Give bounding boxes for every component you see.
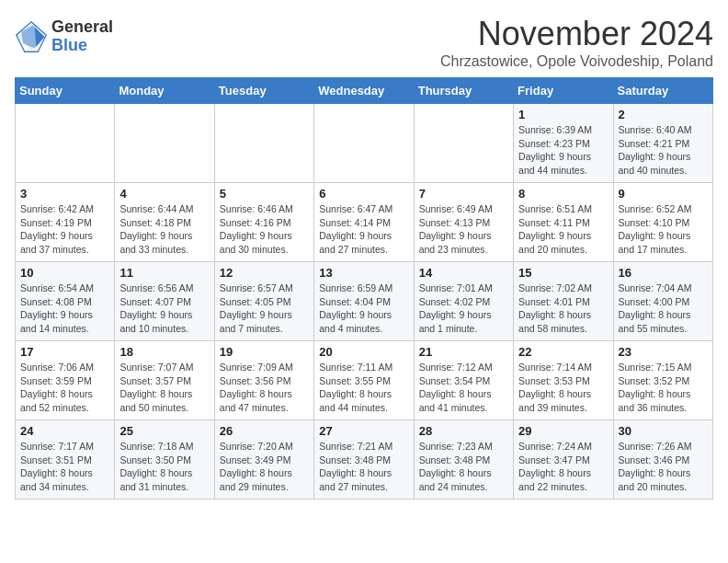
calendar-cell: 2Sunrise: 6:40 AM Sunset: 4:21 PM Daylig… bbox=[613, 104, 712, 183]
logo-blue-text: Blue bbox=[51, 37, 113, 55]
week-row-5: 24Sunrise: 7:17 AM Sunset: 3:51 PM Dayli… bbox=[16, 420, 713, 500]
calendar-cell: 19Sunrise: 7:09 AM Sunset: 3:56 PM Dayli… bbox=[214, 341, 313, 420]
calendar-cell: 10Sunrise: 6:54 AM Sunset: 4:08 PM Dayli… bbox=[16, 262, 115, 341]
day-number: 27 bbox=[319, 424, 408, 438]
day-info: Sunrise: 7:14 AM Sunset: 3:53 PM Dayligh… bbox=[518, 361, 608, 415]
day-info: Sunrise: 6:56 AM Sunset: 4:07 PM Dayligh… bbox=[119, 282, 209, 336]
calendar-cell: 17Sunrise: 7:06 AM Sunset: 3:59 PM Dayli… bbox=[16, 341, 115, 420]
day-number: 21 bbox=[419, 345, 508, 359]
day-info: Sunrise: 6:44 AM Sunset: 4:18 PM Dayligh… bbox=[119, 202, 209, 257]
day-info: Sunrise: 7:20 AM Sunset: 3:49 PM Dayligh… bbox=[220, 440, 309, 494]
day-info: Sunrise: 7:23 AM Sunset: 3:48 PM Dayligh… bbox=[419, 440, 508, 494]
header-tuesday: Tuesday bbox=[214, 78, 313, 104]
calendar-table: SundayMondayTuesdayWednesdayThursdayFrid… bbox=[15, 77, 713, 500]
location-subtitle: Chrzastowice, Opole Voivodeship, Poland bbox=[440, 53, 713, 70]
calendar-cell: 6Sunrise: 6:47 AM Sunset: 4:14 PM Daylig… bbox=[314, 183, 414, 262]
calendar-cell: 1Sunrise: 6:39 AM Sunset: 4:23 PM Daylig… bbox=[514, 104, 613, 183]
calendar-cell: 18Sunrise: 7:07 AM Sunset: 3:57 PM Dayli… bbox=[115, 341, 214, 420]
day-info: Sunrise: 7:07 AM Sunset: 3:57 PM Dayligh… bbox=[119, 361, 209, 415]
day-number: 22 bbox=[518, 345, 608, 359]
calendar-cell bbox=[16, 104, 115, 183]
header-friday: Friday bbox=[514, 78, 613, 104]
day-number: 10 bbox=[20, 266, 109, 280]
day-number: 15 bbox=[518, 266, 608, 280]
day-number: 23 bbox=[619, 345, 708, 359]
header-saturday: Saturday bbox=[613, 78, 712, 104]
day-number: 12 bbox=[220, 266, 309, 280]
day-info: Sunrise: 7:17 AM Sunset: 3:51 PM Dayligh… bbox=[20, 440, 109, 494]
day-number: 7 bbox=[419, 187, 508, 201]
calendar-cell: 16Sunrise: 7:04 AM Sunset: 4:00 PM Dayli… bbox=[613, 262, 712, 341]
calendar-cell: 25Sunrise: 7:18 AM Sunset: 3:50 PM Dayli… bbox=[115, 420, 214, 500]
calendar-cell: 22Sunrise: 7:14 AM Sunset: 3:53 PM Dayli… bbox=[514, 341, 613, 420]
day-info: Sunrise: 7:21 AM Sunset: 3:48 PM Dayligh… bbox=[319, 440, 408, 494]
title-block: November 2024 Chrzastowice, Opole Voivod… bbox=[440, 15, 713, 70]
day-number: 19 bbox=[220, 345, 309, 359]
calendar-cell: 4Sunrise: 6:44 AM Sunset: 4:18 PM Daylig… bbox=[115, 183, 214, 262]
day-info: Sunrise: 7:26 AM Sunset: 3:46 PM Dayligh… bbox=[619, 440, 708, 494]
day-info: Sunrise: 6:51 AM Sunset: 4:11 PM Dayligh… bbox=[518, 202, 608, 257]
day-number: 4 bbox=[119, 187, 209, 201]
day-info: Sunrise: 6:42 AM Sunset: 4:19 PM Dayligh… bbox=[20, 202, 109, 257]
day-info: Sunrise: 7:12 AM Sunset: 3:54 PM Dayligh… bbox=[419, 361, 508, 415]
day-number: 2 bbox=[619, 108, 708, 121]
header-wednesday: Wednesday bbox=[314, 78, 414, 104]
page-header: General Blue November 2024 Chrzastowice,… bbox=[15, 15, 713, 70]
day-number: 28 bbox=[419, 424, 508, 438]
day-info: Sunrise: 6:40 AM Sunset: 4:21 PM Dayligh… bbox=[619, 123, 708, 178]
day-number: 6 bbox=[319, 187, 408, 201]
day-number: 8 bbox=[518, 187, 608, 201]
calendar-cell bbox=[414, 104, 513, 183]
week-row-3: 10Sunrise: 6:54 AM Sunset: 4:08 PM Dayli… bbox=[16, 262, 713, 341]
header-sunday: Sunday bbox=[16, 78, 115, 104]
day-info: Sunrise: 7:01 AM Sunset: 4:02 PM Dayligh… bbox=[419, 282, 508, 336]
calendar-cell: 23Sunrise: 7:15 AM Sunset: 3:52 PM Dayli… bbox=[613, 341, 712, 420]
day-number: 16 bbox=[619, 266, 708, 280]
day-number: 14 bbox=[419, 266, 508, 280]
day-info: Sunrise: 7:06 AM Sunset: 3:59 PM Dayligh… bbox=[20, 361, 109, 415]
day-number: 20 bbox=[319, 345, 408, 359]
calendar-cell bbox=[115, 104, 214, 183]
logo-text: General Blue bbox=[51, 18, 113, 55]
calendar-cell: 9Sunrise: 6:52 AM Sunset: 4:10 PM Daylig… bbox=[613, 183, 712, 262]
calendar-cell: 28Sunrise: 7:23 AM Sunset: 3:48 PM Dayli… bbox=[414, 420, 513, 500]
day-info: Sunrise: 7:04 AM Sunset: 4:00 PM Dayligh… bbox=[619, 282, 708, 336]
day-info: Sunrise: 7:02 AM Sunset: 4:01 PM Dayligh… bbox=[518, 282, 608, 336]
day-number: 25 bbox=[119, 424, 209, 438]
day-info: Sunrise: 6:46 AM Sunset: 4:16 PM Dayligh… bbox=[220, 202, 309, 257]
calendar-cell: 12Sunrise: 6:57 AM Sunset: 4:05 PM Dayli… bbox=[214, 262, 313, 341]
day-info: Sunrise: 7:24 AM Sunset: 3:47 PM Dayligh… bbox=[518, 440, 608, 494]
header-monday: Monday bbox=[115, 78, 214, 104]
day-number: 26 bbox=[220, 424, 309, 438]
day-info: Sunrise: 6:59 AM Sunset: 4:04 PM Dayligh… bbox=[319, 282, 408, 336]
calendar-cell: 24Sunrise: 7:17 AM Sunset: 3:51 PM Dayli… bbox=[16, 420, 115, 500]
day-info: Sunrise: 6:47 AM Sunset: 4:14 PM Dayligh… bbox=[319, 202, 408, 257]
calendar-cell: 30Sunrise: 7:26 AM Sunset: 3:46 PM Dayli… bbox=[613, 420, 712, 500]
month-title: November 2024 bbox=[440, 15, 713, 53]
calendar-cell: 7Sunrise: 6:49 AM Sunset: 4:13 PM Daylig… bbox=[414, 183, 513, 262]
day-number: 18 bbox=[119, 345, 209, 359]
day-number: 1 bbox=[518, 108, 608, 121]
day-info: Sunrise: 6:52 AM Sunset: 4:10 PM Dayligh… bbox=[619, 202, 708, 257]
day-number: 5 bbox=[220, 187, 309, 201]
logo-icon bbox=[15, 20, 48, 53]
calendar-cell: 26Sunrise: 7:20 AM Sunset: 3:49 PM Dayli… bbox=[214, 420, 313, 500]
calendar-cell: 14Sunrise: 7:01 AM Sunset: 4:02 PM Dayli… bbox=[414, 262, 513, 341]
day-info: Sunrise: 7:18 AM Sunset: 3:50 PM Dayligh… bbox=[119, 440, 209, 494]
calendar-cell: 5Sunrise: 6:46 AM Sunset: 4:16 PM Daylig… bbox=[214, 183, 313, 262]
week-row-1: 1Sunrise: 6:39 AM Sunset: 4:23 PM Daylig… bbox=[16, 104, 713, 183]
header-row: SundayMondayTuesdayWednesdayThursdayFrid… bbox=[16, 78, 713, 104]
day-info: Sunrise: 7:11 AM Sunset: 3:55 PM Dayligh… bbox=[319, 361, 408, 415]
calendar-cell: 11Sunrise: 6:56 AM Sunset: 4:07 PM Dayli… bbox=[115, 262, 214, 341]
day-number: 11 bbox=[119, 266, 209, 280]
week-row-2: 3Sunrise: 6:42 AM Sunset: 4:19 PM Daylig… bbox=[16, 183, 713, 262]
header-thursday: Thursday bbox=[414, 78, 513, 104]
calendar-cell: 29Sunrise: 7:24 AM Sunset: 3:47 PM Dayli… bbox=[514, 420, 613, 500]
day-number: 24 bbox=[20, 424, 109, 438]
day-number: 30 bbox=[619, 424, 708, 438]
calendar-cell bbox=[314, 104, 414, 183]
day-number: 13 bbox=[319, 266, 408, 280]
day-info: Sunrise: 6:54 AM Sunset: 4:08 PM Dayligh… bbox=[20, 282, 109, 336]
day-info: Sunrise: 7:15 AM Sunset: 3:52 PM Dayligh… bbox=[619, 361, 708, 415]
logo-general-text: General bbox=[51, 18, 113, 37]
